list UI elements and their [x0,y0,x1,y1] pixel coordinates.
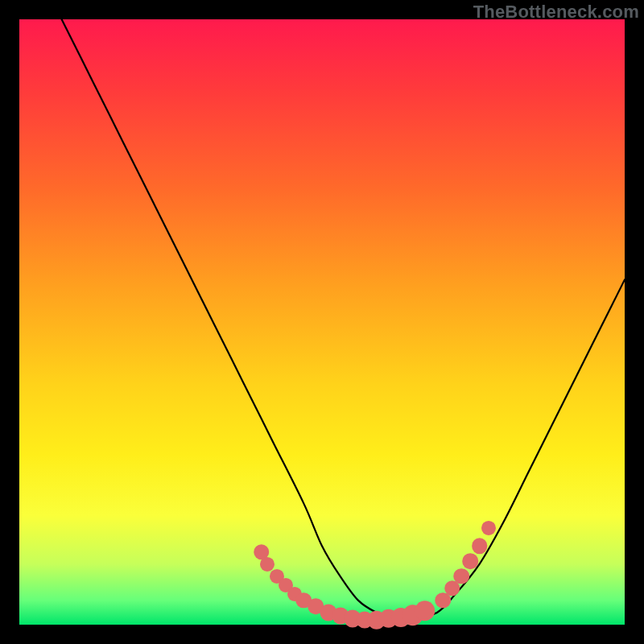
data-point [453,568,469,584]
data-point [462,553,478,569]
plot-area [19,19,625,625]
data-point [415,601,436,621]
bottleneck-curve [62,19,625,619]
data-point [481,521,496,535]
curve-layer [19,19,625,625]
data-point [472,538,488,554]
chart-stage: TheBottleneck.com [0,0,644,644]
